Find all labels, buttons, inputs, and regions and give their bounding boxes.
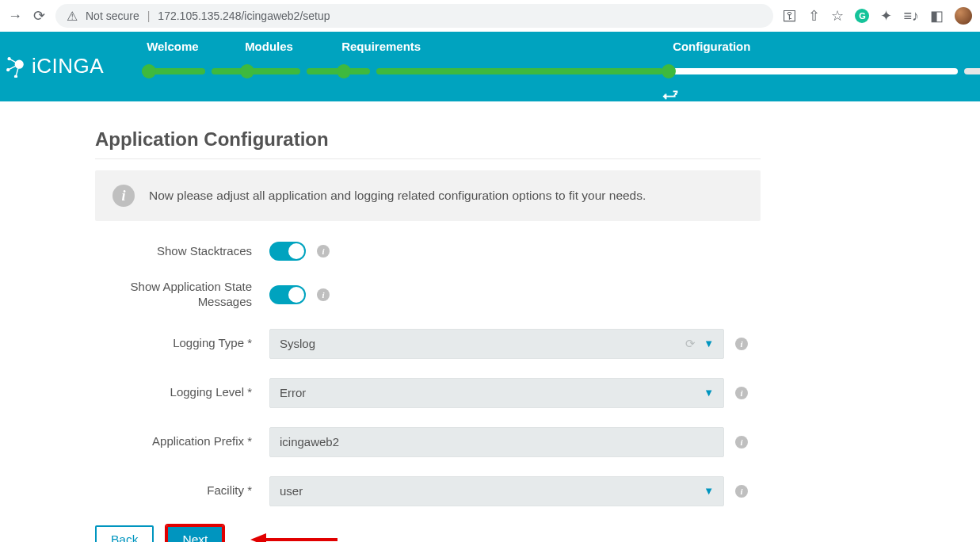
brand-logo: iCINGA [0, 32, 118, 78]
toggle-stacktraces[interactable] [269, 242, 306, 261]
config-form: Show Stacktraces i Show Application Stat… [95, 242, 761, 542]
annotation-arrow [250, 530, 337, 543]
chevron-down-icon: ▼ [704, 338, 714, 349]
hint-icon[interactable]: i [735, 387, 748, 399]
back-button[interactable]: Back [95, 525, 154, 543]
label-appstate: Show Application State Messages [95, 280, 269, 310]
row-logging-type: Logging Type * Syslog ⟳ ▼ i [95, 329, 761, 359]
wizard-node-requirements[interactable] [337, 64, 351, 78]
wizard-node-modules[interactable] [240, 64, 254, 78]
select-facility[interactable]: user ▼ [269, 476, 724, 506]
share-icon[interactable]: ⇧ [808, 7, 820, 25]
wizard-step-requirements[interactable]: Requirements [341, 40, 421, 53]
next-button[interactable]: Next [166, 525, 223, 543]
label-stacktraces: Show Stacktraces [95, 244, 269, 259]
chevron-down-icon: ▼ [704, 485, 714, 497]
panel-icon[interactable]: ◧ [930, 7, 944, 25]
address-bar[interactable]: ⚠ Not secure | 172.105.135.248/icingaweb… [55, 4, 773, 28]
playlist-icon[interactable]: ≡♪ [903, 8, 919, 25]
select-facility-value: user [280, 484, 303, 498]
wizard-buttons: Back Next [95, 525, 761, 543]
hint-icon[interactable]: i [735, 485, 748, 498]
chevron-down-icon: ▼ [704, 387, 714, 399]
select-logging-level[interactable]: Error ▼ [269, 378, 724, 408]
select-logging-level-value: Error [280, 386, 306, 399]
wizard-track [118, 63, 980, 79]
profile-avatar[interactable] [955, 7, 972, 25]
return-icon[interactable]: ⮐ [662, 86, 678, 104]
star-icon[interactable]: ☆ [831, 7, 844, 25]
extensions-icon[interactable]: ✦ [880, 7, 892, 25]
label-facility: Facility * [95, 483, 269, 498]
browser-chrome: → ⟳ ⚠ Not secure | 172.105.135.248/icing… [0, 0, 980, 32]
select-logging-type[interactable]: Syslog ⟳ ▼ [269, 329, 724, 359]
spinner-icon: ⟳ [685, 337, 696, 351]
label-logging-level: Logging Level * [95, 385, 269, 400]
svg-point-5 [6, 68, 10, 71]
row-stacktraces: Show Stacktraces i [95, 242, 761, 261]
info-message: Now please adjust all application and lo… [149, 189, 646, 203]
page-title: Application Configuration [95, 128, 879, 151]
grammarly-icon[interactable]: G [855, 9, 869, 23]
hint-icon[interactable]: i [317, 288, 330, 301]
svg-marker-8 [250, 533, 266, 543]
wizard-node-configuration[interactable] [662, 64, 676, 78]
wizard-step-configuration[interactable]: Configuration [673, 40, 750, 53]
brand-name: iCINGA [32, 54, 104, 78]
input-app-prefix[interactable] [269, 427, 724, 457]
select-logging-type-value: Syslog [280, 337, 315, 350]
hint-icon[interactable]: i [735, 436, 748, 448]
label-logging-type: Logging Type * [95, 336, 269, 351]
icinga-logo-icon [5, 55, 27, 78]
forward-icon[interactable]: → [8, 9, 22, 23]
not-secure-label: Not secure [86, 10, 139, 22]
wizard-node-welcome[interactable] [142, 64, 156, 78]
browser-actions: ⚿ ⇧ ☆ G ✦ ≡♪ ◧ [783, 7, 972, 25]
browser-nav: → ⟳ [8, 9, 46, 23]
info-banner: i Now please adjust all application and … [95, 170, 761, 221]
row-facility: Facility * user ▼ i [95, 476, 761, 506]
hint-icon[interactable]: i [317, 245, 330, 258]
not-secure-icon: ⚠ [67, 9, 78, 24]
address-divider: | [147, 10, 151, 22]
info-icon: i [112, 185, 135, 207]
app-header: iCINGA Welcome Modules Requirements Conf… [0, 32, 980, 101]
label-app-prefix: Application Prefix * [95, 434, 269, 449]
title-divider [95, 158, 761, 159]
reload-icon[interactable]: ⟳ [32, 9, 46, 23]
key-icon[interactable]: ⚿ [783, 8, 797, 25]
url-text: 172.105.135.248/icingaweb2/setup [158, 10, 330, 22]
row-app-prefix: Application Prefix * i [95, 427, 761, 457]
wizard-progress: Welcome Modules Requirements Configurati… [118, 32, 980, 79]
main-content: Application Configuration i Now please a… [0, 101, 879, 542]
toggle-appstate[interactable] [269, 285, 306, 304]
wizard-step-modules[interactable]: Modules [245, 40, 293, 53]
hint-icon[interactable]: i [735, 338, 748, 350]
svg-point-4 [8, 57, 11, 60]
row-appstate: Show Application State Messages i [95, 280, 761, 310]
wizard-step-welcome[interactable]: Welcome [147, 40, 199, 53]
row-logging-level: Logging Level * Error ▼ i [95, 378, 761, 408]
svg-point-6 [14, 74, 17, 78]
